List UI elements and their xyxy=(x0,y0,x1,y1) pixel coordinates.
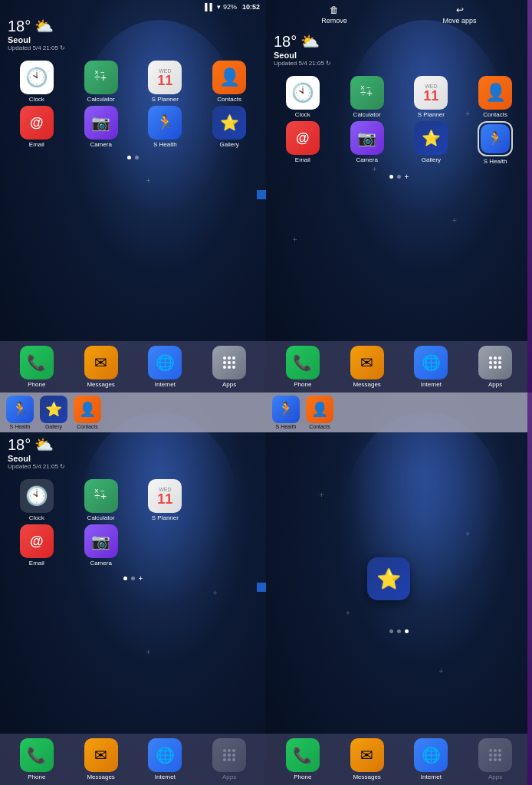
app-camera[interactable]: 📷 Camera xyxy=(71,106,132,148)
dock-messages-4[interactable]: ✉ Messages xyxy=(337,738,398,780)
app-contacts[interactable]: 👤 Contacts xyxy=(199,61,260,103)
app-gallery[interactable]: ⭐ Gallery xyxy=(199,106,260,148)
dock-apps[interactable]: Apps xyxy=(199,346,260,388)
app-camera-2[interactable]: 📷 Camera xyxy=(337,121,398,165)
temperature-3: 18° xyxy=(8,436,31,454)
phone-label-2: Phone xyxy=(294,381,311,388)
shelf-contacts-4[interactable]: 👤 Contacts xyxy=(306,396,333,429)
app-splanner[interactable]: WED 11 S Planner xyxy=(135,61,196,103)
dot-2-1 xyxy=(389,175,393,179)
add-page-button[interactable]: + xyxy=(405,172,409,181)
shelf-shealth[interactable]: 🏃 S Health xyxy=(6,396,34,429)
clock-label: Clock xyxy=(29,96,44,103)
apps-icon-4 xyxy=(478,738,512,772)
app-email-2[interactable]: @ Email xyxy=(272,121,333,165)
weather-updated-2: Updated 5/4 21:05 ↻ xyxy=(274,60,524,67)
email-label-3: Email xyxy=(29,560,44,567)
dot-3-2 xyxy=(131,576,135,580)
clock-label-3: Clock xyxy=(29,514,44,521)
dock-phone[interactable]: 📞 Phone xyxy=(6,346,67,388)
status-bar: ▌▌ ▾ 92% 10:52 xyxy=(0,0,266,14)
dock-phone-3[interactable]: 📞 Phone xyxy=(6,738,67,780)
svg-point-8 xyxy=(228,361,231,364)
move-icon: ↩ xyxy=(456,5,464,15)
svg-point-19 xyxy=(494,356,497,360)
internet-icon: 🌐 xyxy=(148,346,182,379)
dock-apps-2[interactable]: Apps xyxy=(465,346,526,388)
app-grid: 🕙 Clock ÷+×− Calculator WED 11 S Planner… xyxy=(0,56,266,153)
svg-point-37 xyxy=(223,758,226,761)
shelf-shealth-4[interactable]: 🏃 S Health xyxy=(272,396,300,429)
svg-point-18 xyxy=(489,356,492,360)
dock-messages[interactable]: ✉ Messages xyxy=(71,346,132,388)
app-shealth[interactable]: 🏃 S Health xyxy=(135,106,196,148)
dock-apps-4[interactable]: Apps xyxy=(465,738,526,780)
svg-marker-40 xyxy=(257,578,266,596)
svg-point-24 xyxy=(489,366,492,369)
shelf-shealth-label-4: S Health xyxy=(276,424,297,429)
dock-apps-3[interactable]: Apps xyxy=(199,738,260,780)
svg-point-49 xyxy=(498,758,501,761)
svg-text:−: − xyxy=(100,488,105,495)
panel-2-edit-mode: + + + + + 🗑 Remove ↩ Move apps 18° ⛅ Seo… xyxy=(266,0,532,392)
weather-widget-2: 18° ⛅ Seoul Updated 5/4 21:05 ↻ xyxy=(266,29,532,71)
city-name-2: Seoul xyxy=(274,51,524,60)
dock-messages-2[interactable]: ✉ Messages xyxy=(337,346,398,388)
app-camera-3[interactable]: 📷 Camera xyxy=(71,524,132,567)
dock-messages-3[interactable]: ✉ Messages xyxy=(71,738,132,780)
app-contacts-2[interactable]: 👤 Contacts xyxy=(465,76,526,118)
remove-button[interactable]: 🗑 Remove xyxy=(321,5,347,25)
splanner-label-2: S Planner xyxy=(418,111,445,118)
app-shelf-3: 🏃 S Health ⭐ Gallery 👤 Contacts xyxy=(0,392,266,432)
contacts-icon-2: 👤 xyxy=(478,76,512,110)
dock-internet-2[interactable]: 🌐 Internet xyxy=(401,346,462,388)
dock-phone-4[interactable]: 📞 Phone xyxy=(272,738,333,780)
splanner-label-3: S Planner xyxy=(152,514,179,521)
email-icon-2: @ xyxy=(286,121,320,155)
phone-icon: 📞 xyxy=(20,346,54,379)
app-calculator[interactable]: ÷+×− Calculator xyxy=(71,61,132,103)
shealth-label: S Health xyxy=(153,141,177,148)
app-email-3[interactable]: @ Email xyxy=(6,524,67,567)
shelf-contacts[interactable]: 👤 Contacts xyxy=(74,396,101,429)
app-calculator-2[interactable]: ÷+×− Calculator xyxy=(337,76,398,118)
wifi-icon: ▾ xyxy=(217,3,221,11)
app-shealth-selected[interactable]: 🏃 S Health xyxy=(465,121,526,165)
internet-label-4: Internet xyxy=(421,774,442,780)
svg-point-21 xyxy=(489,361,492,364)
dock-internet-3[interactable]: 🌐 Internet xyxy=(135,738,196,780)
clock-label-2: Clock xyxy=(295,111,310,118)
phone-icon-3: 📞 xyxy=(20,738,54,772)
shelf-gallery[interactable]: ⭐ Gallery xyxy=(40,396,67,429)
dot-2-2 xyxy=(397,175,401,179)
temperature: 18° xyxy=(8,18,31,35)
app-grid-2: 🕙 Clock ÷+×− Calculator WED 11 S Planner… xyxy=(266,71,532,169)
app-gallery-2[interactable]: ⭐ Gallery xyxy=(401,121,462,165)
dock-phone-2[interactable]: 📞 Phone xyxy=(272,346,333,388)
app-calculator-3[interactable]: ÷+×− Calculator xyxy=(71,479,132,521)
add-page-3[interactable]: + xyxy=(139,574,143,583)
dot-3-1 xyxy=(123,576,127,580)
app-splanner-3[interactable]: WED 11 S Planner xyxy=(135,479,196,521)
flying-gallery-icon[interactable]: ⭐ xyxy=(367,557,410,600)
apps-label-4: Apps xyxy=(488,774,502,780)
app-clock[interactable]: 🕙 Clock xyxy=(6,61,67,103)
app-clock-2[interactable]: 🕙 Clock xyxy=(272,76,333,118)
app-shelf-4: 🏃 S Health 👤 Contacts xyxy=(266,392,532,432)
app-splanner-2[interactable]: WED 11 S Planner xyxy=(401,76,462,118)
app-clock-3[interactable]: 🕙 Clock xyxy=(6,479,67,521)
temperature-2: 18° xyxy=(274,33,297,51)
dock-internet-4[interactable]: 🌐 Internet xyxy=(401,738,462,780)
arrow-1 xyxy=(257,186,266,207)
dock-internet[interactable]: 🌐 Internet xyxy=(135,346,196,388)
move-apps-button[interactable]: ↩ Move apps xyxy=(443,5,477,25)
svg-marker-13 xyxy=(257,186,266,204)
svg-point-32 xyxy=(228,749,231,752)
app-email[interactable]: @ Email xyxy=(6,106,67,148)
calculator-label: Calculator xyxy=(87,96,115,103)
svg-point-39 xyxy=(232,758,235,761)
internet-icon-3: 🌐 xyxy=(148,738,182,772)
apps-label-3: Apps xyxy=(222,774,236,780)
messages-label-3: Messages xyxy=(87,774,114,780)
contacts-icon: 👤 xyxy=(212,61,246,94)
